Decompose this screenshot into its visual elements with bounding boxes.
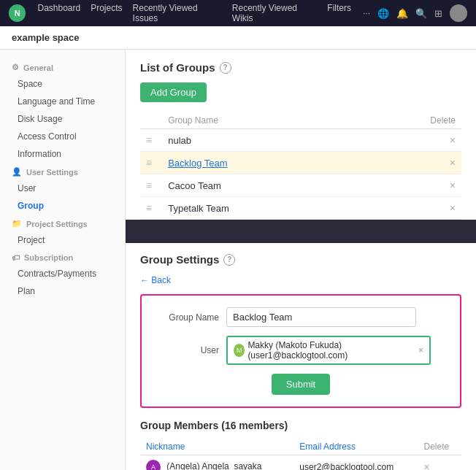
sidebar-section-general: ⚙ General: [0, 58, 125, 75]
sidebar-item-group[interactable]: Group: [0, 197, 125, 215]
user-row: User M Makky (Makoto Fukuda) (user1@back…: [153, 336, 448, 365]
user-tag-text: Makky (Makoto Fukuda) (user1@backlogtool…: [247, 340, 415, 361]
globe-icon[interactable]: 🌐: [377, 8, 389, 19]
grid-icon[interactable]: ⊞: [434, 8, 442, 19]
sidebar-item-project[interactable]: Project: [0, 231, 125, 249]
drag-handle[interactable]: ≡: [146, 157, 152, 169]
main-content: List of Groups ? Add Group Group Name De…: [126, 50, 476, 470]
list-of-groups-title: List of Groups ?: [140, 61, 461, 74]
logo: N: [9, 4, 26, 22]
nav-recent-wikis[interactable]: Recently Viewed Wikis: [232, 3, 317, 23]
sidebar-item-disk[interactable]: Disk Usage: [0, 110, 125, 128]
member-email-angela: user2@backlogtool.com: [293, 455, 418, 471]
delete-cacoo[interactable]: ×: [450, 180, 456, 191]
drag-handle[interactable]: ≡: [146, 134, 152, 146]
nav-icons: ··· 🌐 🔔 🔍 ⊞: [363, 4, 467, 22]
col-delete: Delete: [361, 112, 461, 129]
sidebar-item-access[interactable]: Access Control: [0, 128, 125, 145]
col-group-name: Group Name: [162, 112, 361, 129]
sidebar-section-project-settings: 📁 Project Settings: [0, 215, 125, 231]
sidebar-item-contracts[interactable]: Contracts/Payments: [0, 265, 125, 282]
group-name-label: Group Name: [153, 312, 219, 323]
group-members-title: Group Members (16 members): [140, 420, 461, 431]
col-delete-members: Delete: [418, 439, 461, 455]
group-name-row: Group Name: [153, 307, 448, 327]
groups-table: Group Name Delete ≡ nulab × ≡ Backlog Te…: [140, 112, 461, 220]
group-row-cacoo: ≡ Cacoo Team ×: [140, 174, 461, 197]
sidebar-item-space[interactable]: Space: [0, 75, 125, 93]
delete-backlog[interactable]: ×: [450, 157, 456, 169]
col-nickname: Nickname: [140, 439, 293, 455]
group-row-backlog: ≡ Backlog Team ×: [140, 152, 461, 174]
nav-links: Dashboard Projects Recently Viewed Issue…: [37, 3, 351, 23]
nav-filters[interactable]: Filters: [327, 3, 351, 23]
group-name-backlog[interactable]: Backlog Team: [168, 158, 227, 169]
group-settings-section: Group Settings ? ← Back Group Name User …: [140, 253, 461, 470]
sidebar-item-user[interactable]: User: [0, 180, 125, 197]
nav-recent-issues[interactable]: Recently Viewed Issues: [133, 3, 222, 23]
sidebar-item-language[interactable]: Language and Time: [0, 93, 125, 110]
sidebar: ⚙ General Space Language and Time Disk U…: [0, 50, 126, 470]
top-navigation: N Dashboard Projects Recently Viewed Iss…: [0, 0, 476, 26]
group-name-input[interactable]: [226, 307, 416, 327]
back-link[interactable]: ← Back: [140, 275, 171, 285]
more-icon[interactable]: ···: [363, 8, 370, 18]
col-email: Email Address: [293, 439, 418, 455]
user-tag: M Makky (Makoto Fukuda) (user1@backlogto…: [234, 340, 423, 361]
member-name-angela: (Angela) Angela_sayaka: [166, 461, 261, 470]
main-layout: ⚙ General Space Language and Time Disk U…: [0, 50, 476, 470]
bell-icon[interactable]: 🔔: [396, 8, 408, 19]
drag-handle[interactable]: ≡: [146, 202, 152, 214]
group-name-nulab[interactable]: nulab: [168, 135, 191, 146]
dark-separator: [126, 220, 476, 243]
user-avatar[interactable]: [450, 4, 467, 22]
sidebar-section-user-settings: 👤 User Settings: [0, 163, 125, 180]
user-tag-avatar: M: [234, 344, 245, 357]
user-settings-icon: 👤: [12, 167, 22, 177]
gear-icon: ⚙: [12, 63, 19, 72]
help-icon-groups[interactable]: ?: [220, 62, 231, 74]
group-name-typetalk[interactable]: Typetalk Team: [168, 203, 229, 214]
tag-remove-button[interactable]: ×: [418, 345, 423, 355]
help-icon-settings[interactable]: ?: [223, 254, 235, 266]
delete-angela[interactable]: ×: [423, 461, 429, 470]
project-settings-icon: 📁: [12, 219, 22, 228]
user-tag-field[interactable]: M Makky (Makoto Fukuda) (user1@backlogto…: [226, 336, 431, 365]
subscription-icon: 🏷: [12, 253, 20, 262]
nav-dashboard[interactable]: Dashboard: [37, 3, 80, 23]
group-name-cacoo[interactable]: Cacoo Team: [168, 180, 221, 191]
groups-table-header: Group Name Delete: [140, 112, 461, 129]
group-row-nulab: ≡ nulab ×: [140, 129, 461, 152]
group-settings-title: Group Settings ?: [140, 253, 461, 266]
delete-nulab[interactable]: ×: [450, 134, 456, 146]
add-group-button[interactable]: Add Group: [140, 82, 207, 102]
settings-form-box: Group Name User M Makky (Makoto Fukuda) …: [140, 294, 461, 408]
user-label: User: [153, 345, 219, 355]
sidebar-item-plan[interactable]: Plan: [0, 282, 125, 300]
delete-typetalk[interactable]: ×: [450, 202, 456, 214]
sidebar-section-subscription: 🏷 Subscription: [0, 249, 125, 265]
submit-button[interactable]: Submit: [272, 374, 330, 395]
sidebar-item-info[interactable]: Information: [0, 145, 125, 163]
search-icon[interactable]: 🔍: [415, 8, 427, 19]
member-row-angela: A (Angela) Angela_sayaka user2@backlogto…: [140, 455, 461, 471]
drag-handle[interactable]: ≡: [146, 180, 152, 191]
page-title: example space: [12, 32, 80, 43]
members-table: Nickname Email Address Delete A (Angela)…: [140, 439, 461, 470]
page-title-bar: example space: [0, 26, 476, 50]
group-row-typetalk: ≡ Typetalk Team ×: [140, 197, 461, 220]
member-avatar-angela: A: [146, 460, 161, 470]
members-table-header: Nickname Email Address Delete: [140, 439, 461, 455]
nav-projects[interactable]: Projects: [91, 3, 122, 23]
